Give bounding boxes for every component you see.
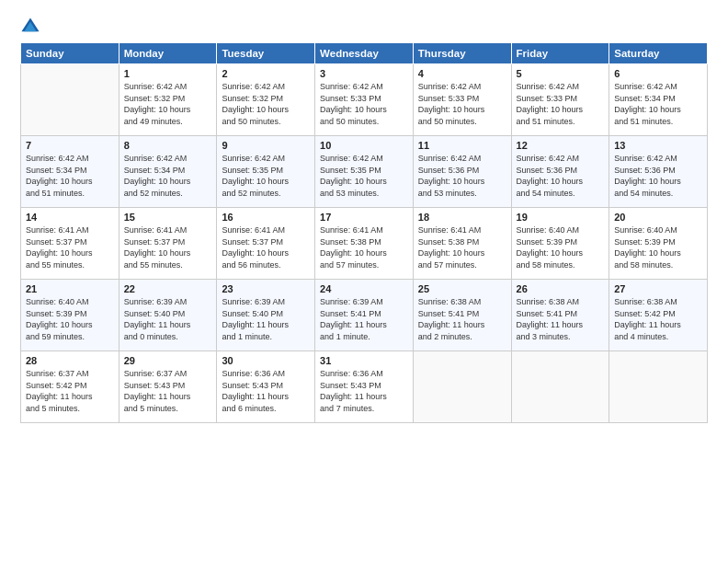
day-number: 13 — [614, 140, 702, 151]
day-number: 7 — [26, 140, 114, 151]
calendar-cell — [413, 351, 511, 423]
header-cell-friday: Friday — [511, 43, 609, 64]
header — [20, 17, 708, 37]
cell-info: Sunrise: 6:42 AM Sunset: 5:33 PM Dayligh… — [320, 81, 408, 127]
calendar-cell — [21, 64, 119, 136]
calendar-cell: 9Sunrise: 6:42 AM Sunset: 5:35 PM Daylig… — [217, 136, 315, 208]
day-number: 16 — [222, 212, 310, 223]
cell-info: Sunrise: 6:39 AM Sunset: 5:40 PM Dayligh… — [124, 296, 212, 342]
cell-info: Sunrise: 6:40 AM Sunset: 5:39 PM Dayligh… — [26, 296, 114, 342]
calendar-cell: 21Sunrise: 6:40 AM Sunset: 5:39 PM Dayli… — [21, 280, 119, 351]
day-number: 10 — [320, 140, 408, 151]
page-container: SundayMondayTuesdayWednesdayThursdayFrid… — [0, 0, 728, 436]
cell-info: Sunrise: 6:42 AM Sunset: 5:34 PM Dayligh… — [614, 81, 702, 127]
day-number: 28 — [26, 355, 114, 366]
header-cell-wednesday: Wednesday — [315, 43, 414, 64]
calendar-cell: 13Sunrise: 6:42 AM Sunset: 5:36 PM Dayli… — [609, 136, 708, 208]
week-row-4: 28Sunrise: 6:37 AM Sunset: 5:42 PM Dayli… — [21, 351, 708, 423]
day-number: 21 — [26, 283, 114, 294]
cell-info: Sunrise: 6:38 AM Sunset: 5:41 PM Dayligh… — [517, 296, 605, 342]
calendar-cell: 14Sunrise: 6:41 AM Sunset: 5:37 PM Dayli… — [21, 208, 119, 280]
calendar-cell: 24Sunrise: 6:39 AM Sunset: 5:41 PM Dayli… — [315, 280, 414, 351]
day-number: 11 — [418, 140, 506, 151]
day-number: 18 — [418, 212, 506, 223]
calendar-cell: 23Sunrise: 6:39 AM Sunset: 5:40 PM Dayli… — [217, 280, 315, 351]
cell-info: Sunrise: 6:40 AM Sunset: 5:39 PM Dayligh… — [517, 224, 605, 270]
calendar-cell — [511, 351, 609, 423]
day-number: 4 — [418, 68, 506, 79]
day-number: 17 — [320, 212, 408, 223]
day-number: 25 — [418, 283, 506, 294]
day-number: 15 — [124, 212, 212, 223]
calendar-cell: 18Sunrise: 6:41 AM Sunset: 5:38 PM Dayli… — [413, 208, 511, 280]
cell-info: Sunrise: 6:40 AM Sunset: 5:39 PM Dayligh… — [614, 224, 702, 270]
cell-info: Sunrise: 6:42 AM Sunset: 5:34 PM Dayligh… — [26, 153, 114, 199]
calendar-cell: 27Sunrise: 6:38 AM Sunset: 5:42 PM Dayli… — [609, 280, 708, 351]
cell-info: Sunrise: 6:42 AM Sunset: 5:36 PM Dayligh… — [517, 153, 605, 199]
calendar-table: SundayMondayTuesdayWednesdayThursdayFrid… — [20, 42, 708, 423]
calendar-cell: 19Sunrise: 6:40 AM Sunset: 5:39 PM Dayli… — [511, 208, 609, 280]
cell-info: Sunrise: 6:42 AM Sunset: 5:33 PM Dayligh… — [418, 81, 506, 127]
calendar-cell: 30Sunrise: 6:36 AM Sunset: 5:43 PM Dayli… — [217, 351, 315, 423]
cell-info: Sunrise: 6:42 AM Sunset: 5:33 PM Dayligh… — [517, 81, 605, 127]
calendar-cell: 17Sunrise: 6:41 AM Sunset: 5:38 PM Dayli… — [315, 208, 414, 280]
week-row-2: 14Sunrise: 6:41 AM Sunset: 5:37 PM Dayli… — [21, 208, 708, 280]
cell-info: Sunrise: 6:42 AM Sunset: 5:35 PM Dayligh… — [222, 153, 310, 199]
calendar-cell: 3Sunrise: 6:42 AM Sunset: 5:33 PM Daylig… — [315, 64, 414, 136]
calendar-cell: 6Sunrise: 6:42 AM Sunset: 5:34 PM Daylig… — [609, 64, 708, 136]
cell-info: Sunrise: 6:41 AM Sunset: 5:37 PM Dayligh… — [26, 224, 114, 270]
calendar-cell: 26Sunrise: 6:38 AM Sunset: 5:41 PM Dayli… — [511, 280, 609, 351]
calendar-header-row: SundayMondayTuesdayWednesdayThursdayFrid… — [21, 43, 708, 64]
cell-info: Sunrise: 6:36 AM Sunset: 5:43 PM Dayligh… — [320, 368, 408, 414]
calendar-cell: 15Sunrise: 6:41 AM Sunset: 5:37 PM Dayli… — [119, 208, 217, 280]
cell-info: Sunrise: 6:42 AM Sunset: 5:36 PM Dayligh… — [418, 153, 506, 199]
header-cell-saturday: Saturday — [609, 43, 708, 64]
cell-info: Sunrise: 6:41 AM Sunset: 5:38 PM Dayligh… — [320, 224, 408, 270]
day-number: 23 — [222, 283, 310, 294]
calendar-cell: 31Sunrise: 6:36 AM Sunset: 5:43 PM Dayli… — [315, 351, 414, 423]
cell-info: Sunrise: 6:39 AM Sunset: 5:40 PM Dayligh… — [222, 296, 310, 342]
day-number: 24 — [320, 283, 408, 294]
calendar-cell: 1Sunrise: 6:42 AM Sunset: 5:32 PM Daylig… — [119, 64, 217, 136]
header-cell-monday: Monday — [119, 43, 217, 64]
header-cell-thursday: Thursday — [413, 43, 511, 64]
header-cell-tuesday: Tuesday — [217, 43, 315, 64]
calendar-cell: 29Sunrise: 6:37 AM Sunset: 5:43 PM Dayli… — [119, 351, 217, 423]
calendar-cell: 2Sunrise: 6:42 AM Sunset: 5:32 PM Daylig… — [217, 64, 315, 136]
cell-info: Sunrise: 6:42 AM Sunset: 5:34 PM Dayligh… — [124, 153, 212, 199]
calendar-cell: 8Sunrise: 6:42 AM Sunset: 5:34 PM Daylig… — [119, 136, 217, 208]
cell-info: Sunrise: 6:41 AM Sunset: 5:37 PM Dayligh… — [124, 224, 212, 270]
logo-icon — [20, 17, 40, 37]
calendar-cell: 28Sunrise: 6:37 AM Sunset: 5:42 PM Dayli… — [21, 351, 119, 423]
day-number: 1 — [124, 68, 212, 79]
calendar-cell: 10Sunrise: 6:42 AM Sunset: 5:35 PM Dayli… — [315, 136, 414, 208]
calendar-cell: 22Sunrise: 6:39 AM Sunset: 5:40 PM Dayli… — [119, 280, 217, 351]
calendar-cell: 7Sunrise: 6:42 AM Sunset: 5:34 PM Daylig… — [21, 136, 119, 208]
calendar-cell: 25Sunrise: 6:38 AM Sunset: 5:41 PM Dayli… — [413, 280, 511, 351]
day-number: 8 — [124, 140, 212, 151]
day-number: 22 — [124, 283, 212, 294]
calendar-cell: 12Sunrise: 6:42 AM Sunset: 5:36 PM Dayli… — [511, 136, 609, 208]
cell-info: Sunrise: 6:41 AM Sunset: 5:37 PM Dayligh… — [222, 224, 310, 270]
calendar-cell: 4Sunrise: 6:42 AM Sunset: 5:33 PM Daylig… — [413, 64, 511, 136]
cell-info: Sunrise: 6:42 AM Sunset: 5:32 PM Dayligh… — [124, 81, 212, 127]
cell-info: Sunrise: 6:42 AM Sunset: 5:32 PM Dayligh… — [222, 81, 310, 127]
day-number: 30 — [222, 355, 310, 366]
day-number: 26 — [517, 283, 605, 294]
cell-info: Sunrise: 6:39 AM Sunset: 5:41 PM Dayligh… — [320, 296, 408, 342]
day-number: 9 — [222, 140, 310, 151]
day-number: 2 — [222, 68, 310, 79]
day-number: 31 — [320, 355, 408, 366]
day-number: 20 — [614, 212, 702, 223]
cell-info: Sunrise: 6:37 AM Sunset: 5:43 PM Dayligh… — [124, 368, 212, 414]
day-number: 14 — [26, 212, 114, 223]
cell-info: Sunrise: 6:41 AM Sunset: 5:38 PM Dayligh… — [418, 224, 506, 270]
cell-info: Sunrise: 6:37 AM Sunset: 5:42 PM Dayligh… — [26, 368, 114, 414]
calendar-cell — [609, 351, 708, 423]
week-row-1: 7Sunrise: 6:42 AM Sunset: 5:34 PM Daylig… — [21, 136, 708, 208]
calendar-cell: 11Sunrise: 6:42 AM Sunset: 5:36 PM Dayli… — [413, 136, 511, 208]
day-number: 6 — [614, 68, 702, 79]
cell-info: Sunrise: 6:38 AM Sunset: 5:41 PM Dayligh… — [418, 296, 506, 342]
cell-info: Sunrise: 6:38 AM Sunset: 5:42 PM Dayligh… — [614, 296, 702, 342]
day-number: 12 — [517, 140, 605, 151]
